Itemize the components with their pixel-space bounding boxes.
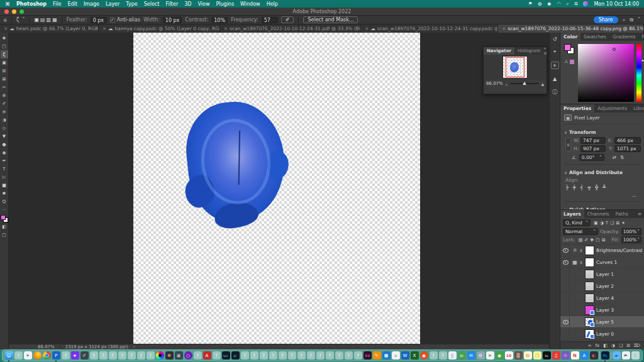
placeholder-app-icon[interactable]: ? — [62, 351, 70, 359]
layer-visibility-eye-icon[interactable] — [562, 293, 570, 303]
ink-app-dock-icon[interactable]: ✒ — [622, 351, 630, 359]
maps-dock-icon[interactable]: ➤ — [486, 351, 494, 359]
dock-separator[interactable] — [599, 351, 600, 359]
close-tab-icon[interactable]: × — [365, 26, 369, 31]
paint-app-dock-icon[interactable]: ✐ — [80, 351, 89, 359]
flip-horizontal-icon[interactable]: ⇄ — [613, 155, 616, 160]
tab-channels[interactable]: Channels — [584, 210, 613, 218]
layer-name[interactable]: Layer 4 — [596, 295, 614, 301]
siri-icon[interactable] — [583, 1, 588, 6]
layer-thumbnail[interactable] — [585, 305, 594, 315]
lightroom-dock-icon[interactable]: Lr — [231, 351, 240, 359]
finder-dock-icon[interactable]: ☺ — [5, 351, 13, 359]
tab-paths[interactable]: Paths — [612, 210, 631, 218]
healing-brush-tool[interactable]: ⊕ — [1, 91, 8, 99]
add-selection-icon[interactable]: ▤ — [40, 17, 45, 23]
foreground-color-swatch[interactable] — [1, 215, 6, 220]
podcasts-dock-icon[interactable]: ☉ — [562, 351, 570, 359]
edit-toolbar-button[interactable]: ⋯ — [1, 206, 8, 214]
chrome-dock-icon[interactable] — [43, 351, 51, 359]
placeholder-app-icon[interactable]: ? — [335, 351, 343, 359]
app-store-dock-icon[interactable]: A — [580, 351, 589, 359]
layer-style-icon[interactable]: fx — [596, 343, 600, 348]
align-right-icon[interactable]: ╡ — [580, 185, 584, 190]
filter-smart-icon[interactable]: ⊠ — [616, 221, 619, 226]
layer-name[interactable]: Brightness/Contrast 1 — [596, 248, 642, 253]
new-adjustment-icon[interactable]: ◑ — [611, 343, 615, 348]
red-app-dock-icon[interactable]: ◉ — [420, 351, 428, 359]
lock-transparent-icon[interactable]: ▨ — [579, 238, 583, 243]
camera-status-icon[interactable]: ◉ — [547, 1, 551, 6]
layer-visibility-eye-icon[interactable] — [562, 257, 570, 267]
quick-mask-button[interactable]: ◧ — [1, 222, 8, 231]
system-preferences-dock-icon[interactable]: ⚙ — [477, 351, 485, 359]
navigator-zoom-value[interactable]: 86.07% — [486, 81, 503, 86]
feather-input[interactable]: 0 px — [91, 17, 107, 23]
layer-thumbnail[interactable] — [585, 258, 594, 267]
wifi-icon[interactable]: ◠ — [557, 1, 560, 6]
filter-pixel-icon[interactable]: ▣ — [594, 221, 598, 226]
comments-panel-icon[interactable]: ❝ — [551, 48, 559, 56]
placeholder-app-icon[interactable]: ? — [213, 351, 221, 359]
blue-package-dock-icon[interactable]: ▦ — [382, 351, 391, 359]
star-app-dock-icon[interactable]: ★ — [71, 351, 79, 359]
panel-color-swatches[interactable] — [564, 44, 574, 54]
filter-adjustment-icon[interactable]: ◑ — [600, 221, 604, 226]
pen-pressure-button[interactable]: ✐ — [281, 16, 294, 23]
menu-item[interactable]: Layer — [106, 1, 119, 7]
placeholder-app-icon[interactable]: ? — [14, 351, 23, 359]
layer-visibility-eye-icon[interactable] — [562, 329, 570, 339]
facetime-dock-icon[interactable]: ◉ — [496, 351, 504, 359]
layer-row[interactable]: ▦ 8 Curves 1 — [560, 256, 644, 268]
transform-section-title[interactable]: Transform — [569, 129, 596, 135]
tab-swatches[interactable]: Swatches — [580, 33, 609, 41]
menu-item[interactable]: Window — [240, 1, 260, 7]
launchpad-dock-icon[interactable]: ⣿ — [448, 351, 457, 359]
subtract-selection-icon[interactable]: ▥ — [47, 17, 52, 23]
layer-row[interactable]: Layer 3 — [560, 304, 644, 316]
menu-item[interactable]: Image — [84, 1, 99, 7]
lock-artboard-icon[interactable]: ▢ — [596, 238, 600, 243]
color-picker-marker[interactable] — [613, 48, 616, 51]
screen-mode-button[interactable]: ▢ — [1, 231, 8, 239]
flip-vertical-icon[interactable]: ⇅ — [620, 155, 624, 160]
eraser-tool[interactable]: ◇ — [1, 124, 8, 132]
calendar-dock-icon[interactable]: 10 — [505, 351, 513, 359]
history-brush-tool[interactable]: ◑ — [1, 116, 8, 124]
news-dock-icon[interactable]: N — [571, 351, 579, 359]
new-group-icon[interactable]: ❏ — [619, 343, 623, 348]
filter-toggle-icon[interactable]: ✦ — [621, 221, 625, 226]
placeholder-app-icon[interactable]: ? — [118, 351, 126, 359]
layer-thumbnail[interactable] — [585, 246, 594, 255]
more-align-options[interactable]: ... — [564, 192, 640, 198]
document-tab[interactable]: × ☁ scan_w1897076_2022-10-06-15-36-48 co… — [498, 25, 644, 33]
purple-app-dock-icon[interactable]: ○ — [184, 351, 192, 359]
align-middle-icon[interactable]: ╬ — [595, 185, 598, 190]
align-bottom-icon[interactable]: ╩ — [602, 185, 606, 190]
navigator-zoom-slider[interactable] — [510, 83, 539, 84]
transform-height-input[interactable]: 907 px — [580, 145, 606, 152]
move-tool[interactable]: ✚ — [1, 34, 8, 42]
lightroom-classic-dock-icon[interactable]: Lrc — [222, 351, 230, 359]
placeholder-app-icon[interactable]: ? — [147, 351, 155, 359]
pen-tool[interactable]: ✒ — [1, 156, 8, 165]
placeholder-app-icon[interactable]: ? — [90, 351, 98, 359]
placeholder-app-icon[interactable]: ? — [260, 351, 268, 359]
workspace-caret-icon[interactable]: ˅ — [638, 17, 640, 23]
zoom-in-mountain-icon[interactable]: ▲ — [541, 82, 544, 86]
photoshop-dock-icon[interactable]: Ps — [601, 351, 609, 359]
brown-app-dock-icon[interactable]: ▒ — [514, 351, 523, 359]
info-panel-icon[interactable]: ⓘ — [551, 88, 559, 96]
antialias-checkbox[interactable]: ✓ Anti-alias — [110, 17, 140, 23]
color-swatches[interactable] — [1, 215, 8, 222]
tool-preset-caret-icon[interactable]: ˅ — [22, 17, 25, 23]
close-tab-icon[interactable]: × — [4, 26, 8, 31]
placeholder-app-icon[interactable]: ? — [241, 351, 249, 359]
tab-properties[interactable]: Properties — [560, 104, 594, 112]
gamut-swatch[interactable] — [570, 60, 574, 64]
opacity-input[interactable]: 100%˅ — [621, 228, 641, 235]
search-icon[interactable]: ⌕ — [623, 17, 625, 23]
close-tab-icon[interactable]: × — [502, 26, 506, 31]
xd-dock-icon[interactable]: Xd — [364, 351, 372, 359]
hue-slider[interactable]: ◂ — [636, 44, 641, 102]
